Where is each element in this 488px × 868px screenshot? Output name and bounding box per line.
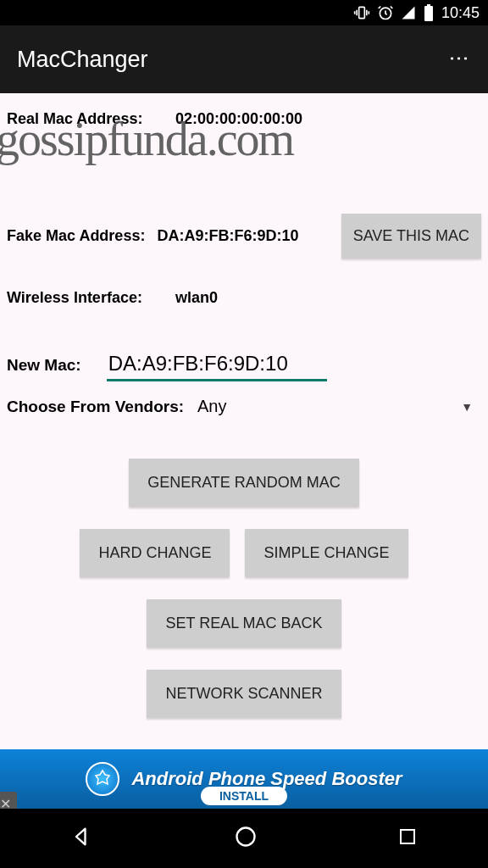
set-real-mac-button[interactable]: SET REAL MAC BACK — [147, 599, 341, 648]
svg-rect-2 — [424, 6, 433, 21]
ad-banner[interactable]: ✕ Android Phone Speed Booster INSTALL — [0, 749, 488, 809]
vendors-value: Any — [197, 397, 226, 416]
svg-point-4 — [236, 828, 254, 846]
nav-home-button[interactable] — [234, 825, 258, 852]
vibrate-icon — [353, 4, 370, 21]
new-mac-row: New Mac: — [7, 348, 481, 381]
signal-icon — [401, 5, 416, 20]
fake-mac-value: DA:A9:FB:F6:9D:10 — [157, 227, 298, 245]
wireless-value: wlan0 — [175, 289, 218, 307]
real-mac-row: Real Mac Address: 02:00:00:00:00:00 — [7, 102, 481, 136]
nav-bar — [0, 809, 488, 868]
save-mac-button[interactable]: SAVE THIS MAC — [341, 214, 481, 259]
wireless-row: Wireless Interface: wlan0 — [7, 281, 481, 314]
real-mac-label: Real Mac Address: — [7, 110, 164, 128]
new-mac-input[interactable] — [107, 348, 327, 381]
alarm-icon — [377, 4, 394, 21]
content: gossipfunda.com Real Mac Address: 02:00:… — [0, 93, 488, 726]
hard-change-button[interactable]: HARD CHANGE — [80, 529, 230, 577]
svg-rect-0 — [359, 7, 365, 18]
nav-back-button[interactable] — [70, 825, 94, 852]
app-bar: MacChanger ⋮ — [0, 25, 488, 93]
button-area: GENERATE RANDOM MAC HARD CHANGE SIMPLE C… — [7, 459, 481, 718]
ad-install-button[interactable]: INSTALL — [201, 787, 287, 805]
chevron-down-icon[interactable]: ▼ — [461, 400, 481, 414]
wireless-label: Wireless Interface: — [7, 289, 164, 307]
generate-random-button[interactable]: GENERATE RANDOM MAC — [129, 459, 359, 507]
fake-mac-label: Fake Mac Address: — [7, 227, 145, 245]
network-scanner-button[interactable]: NETWORK SCANNER — [147, 670, 341, 718]
vendors-row[interactable]: Choose From Vendors: Any ▼ — [7, 397, 481, 416]
app-title: MacChanger — [17, 47, 148, 73]
new-mac-label: New Mac: — [7, 356, 81, 375]
status-bar: 10:45 — [0, 0, 488, 25]
overflow-menu-icon[interactable]: ⋮ — [447, 48, 471, 70]
vendors-label: Choose From Vendors: — [7, 398, 184, 416]
ad-app-icon — [86, 762, 119, 796]
fake-mac-row: Fake Mac Address: DA:A9:FB:F6:9D:10 SAVE… — [7, 214, 481, 259]
nav-recent-button[interactable] — [397, 826, 418, 850]
battery-icon — [423, 4, 435, 21]
real-mac-value: 02:00:00:00:00:00 — [175, 110, 302, 128]
status-time: 10:45 — [441, 4, 480, 22]
simple-change-button[interactable]: SIMPLE CHANGE — [245, 529, 408, 577]
svg-rect-5 — [401, 830, 414, 843]
svg-rect-3 — [427, 4, 430, 6]
